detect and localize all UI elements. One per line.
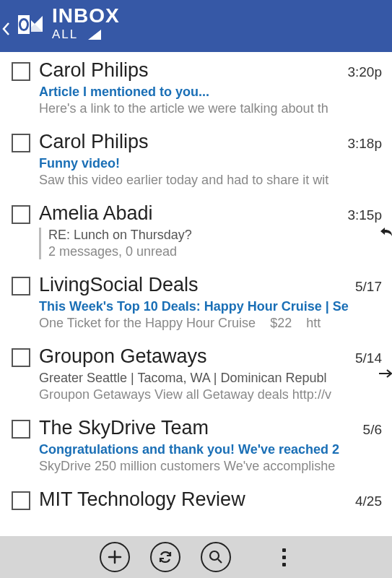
message-list: Carol Philips3:20pArticle I mentioned to… [0,52,392,536]
message-row[interactable]: Carol Philips3:18pFunny video!Saw this v… [0,124,392,195]
timestamp: 4/25 [355,493,382,509]
forward-icon [378,368,392,379]
select-checkbox[interactable] [12,62,30,81]
outlook-logo-icon [14,9,46,40]
message-row[interactable]: The SkyDrive Team5/6Congratulations and … [0,410,392,481]
timestamp: 3:20p [347,64,382,80]
sender-name: Carol Philips [39,131,340,153]
preview-text: Groupon Getaways View all Getaway deals … [39,387,382,402]
message-row[interactable]: Groupon Getaways5/14Greater Seattle | Ta… [0,338,392,410]
timestamp: 5/14 [355,350,382,366]
message-row[interactable]: Amelia Abadi3:15pRE: Lunch on Thursday?2… [0,195,392,267]
app-header: INBOX ALL [0,0,392,52]
timestamp: 3:18p [347,136,382,152]
filter-label[interactable]: ALL [52,27,78,42]
preview-text: SkyDrive 250 million customers We've acc… [39,459,382,474]
reply-icon [379,225,392,237]
thread-info: 2 messages, 0 unread [48,244,382,259]
thread-subject: RE: Lunch on Thursday? [48,228,382,243]
sender-name: Amelia Abadi [39,202,340,225]
select-checkbox[interactable] [12,348,30,367]
select-checkbox[interactable] [12,277,30,296]
app-bar [0,536,392,578]
preview-text: Here's a link to the article we were tal… [39,101,382,116]
subject: Greater Seattle | Tacoma, WA | Dominican… [39,371,382,386]
select-checkbox[interactable] [12,420,30,439]
select-checkbox[interactable] [12,134,30,152]
sender-name: The SkyDrive Team [39,417,356,439]
timestamp: 3:15p [347,207,382,223]
signal-icon [88,30,101,40]
preview-text: Saw this video earlier today and had to … [39,173,382,188]
compose-button[interactable] [100,542,130,572]
subject: This Week's Top 10 Deals: Happy Hour Cru… [39,299,382,314]
sender-name: MIT Technology Review [39,488,348,511]
search-button[interactable] [201,542,231,572]
inbox-title: INBOX [52,6,120,26]
back-icon[interactable] [1,22,12,36]
select-checkbox[interactable] [12,491,30,510]
sender-name: LivingSocial Deals [39,274,348,296]
message-row[interactable]: MIT Technology Review4/25 [0,481,392,518]
svg-point-4 [210,551,219,560]
preview-text: One Ticket for the Happy Hour Cruise $22… [39,316,382,331]
select-checkbox[interactable] [12,205,30,224]
sender-name: Groupon Getaways [39,345,348,368]
subject: Article I mentioned to you... [39,85,382,100]
more-button[interactable] [276,548,293,566]
timestamp: 5/6 [363,422,382,438]
timestamp: 5/17 [355,279,382,295]
sync-button[interactable] [150,542,180,572]
subject: Congratulations and thank you! We've rea… [39,442,382,457]
sender-name: Carol Philips [39,59,340,82]
message-row[interactable]: Carol Philips3:20pArticle I mentioned to… [0,52,392,124]
message-row[interactable]: LivingSocial Deals5/17This Week's Top 10… [0,267,392,338]
subject: Funny video! [39,156,382,171]
